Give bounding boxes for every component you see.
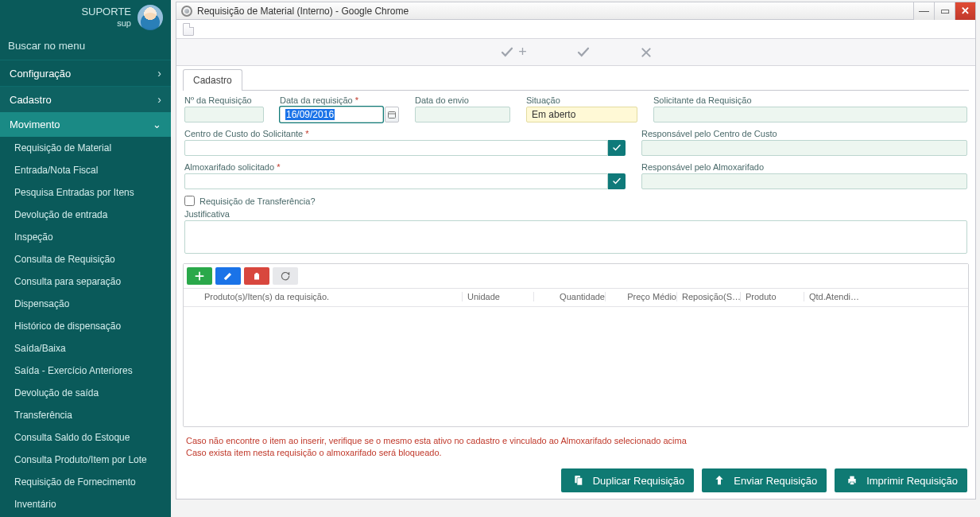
note-line-1: Caso não encontre o item ao inserir, ver… <box>186 435 966 447</box>
data-envio-input[interactable] <box>415 107 510 122</box>
avatar-icon <box>138 5 163 30</box>
app-icon <box>181 6 192 17</box>
centro-dropdown-button[interactable] <box>608 140 626 156</box>
sidebar-item[interactable]: Inspeção <box>0 226 171 248</box>
sidebar-item[interactable]: Requisição de Material <box>0 137 171 159</box>
sidebar-item[interactable]: Consulta de Requisição <box>0 248 171 270</box>
centro-label: Centro de Custo do Solicitante * <box>184 129 626 138</box>
grid-edit-button[interactable] <box>215 267 241 285</box>
col-preco[interactable]: Preço Médio <box>605 292 676 301</box>
svg-rect-6 <box>850 482 854 484</box>
items-grid: Produto(s)/Iten(s) da requisição. Unidad… <box>183 263 969 427</box>
resp-centro-label: Responsável pelo Centro de Custo <box>641 129 967 138</box>
tab-cadastro[interactable]: Cadastro <box>183 69 242 91</box>
print-button[interactable]: Imprimir Requisição <box>835 468 967 492</box>
confirm-icon[interactable] <box>575 45 592 60</box>
duplicate-icon <box>571 473 587 488</box>
sidebar-item[interactable]: Saída/Baixa <box>0 337 171 360</box>
group-cadastro[interactable]: Cadastro › <box>0 86 171 112</box>
svg-rect-5 <box>850 476 854 479</box>
resp-centro-input[interactable] <box>641 140 967 156</box>
grid-refresh-button[interactable] <box>273 267 298 285</box>
transferencia-checkbox[interactable]: Requisição de Transferência? <box>184 196 967 206</box>
subgroup-movimento[interactable]: Movimento ⌄ <box>0 112 171 137</box>
doc-strip <box>176 20 975 39</box>
document-icon[interactable] <box>183 23 194 36</box>
menu-search-input[interactable] <box>8 40 163 52</box>
sidebar-item[interactable]: Consulta para separação <box>0 270 171 293</box>
chevron-right-icon: › <box>157 67 161 80</box>
grid-header: Produto(s)/Iten(s) da requisição. Unidad… <box>184 289 968 307</box>
arrow-up-icon <box>711 473 727 488</box>
svg-rect-3 <box>577 478 583 485</box>
col-produto-item[interactable]: Produto(s)/Iten(s) da requisição. <box>199 292 462 301</box>
transferencia-checkbox-input[interactable] <box>184 196 195 206</box>
grid-add-button[interactable] <box>187 267 212 285</box>
group-cadastro-label: Cadastro <box>10 94 52 106</box>
group-config-label: Configuração <box>10 68 71 80</box>
num-req-input[interactable] <box>184 107 264 122</box>
situacao-label: Situação <box>526 95 637 105</box>
justificativa-input[interactable] <box>184 220 967 254</box>
sidebar-item[interactable]: Consulta Produto/Item por Lote <box>0 449 171 471</box>
data-req-input[interactable]: 16/09/2016 <box>280 107 383 122</box>
almox-label: Almoxarifado solicitado * <box>184 162 626 172</box>
chevron-right-icon: › <box>157 93 161 106</box>
data-req-label: Data da requisição * <box>280 95 399 105</box>
col-reposicao[interactable]: Reposição(S… <box>676 292 740 301</box>
resp-almox-label: Responsável pelo Almoxarifado <box>641 162 967 172</box>
data-envio-label: Data do envio <box>415 95 510 105</box>
justificativa-label: Justificativa <box>184 209 967 219</box>
sidebar-item[interactable]: Entrada/Nota Fiscal <box>0 159 171 181</box>
sidebar-item[interactable]: Pesquisa Entradas por Itens <box>0 181 171 204</box>
action-row: + <box>176 39 975 66</box>
user-sub: sup <box>81 17 131 29</box>
minimize-button[interactable]: — <box>913 2 934 20</box>
resp-almox-input[interactable] <box>641 173 967 189</box>
printer-icon <box>844 473 860 488</box>
transferencia-label: Requisição de Transferência? <box>199 196 316 206</box>
sidebar-item[interactable]: Transferência <box>0 404 171 426</box>
note-line-2: Caso exista item nesta requisição o almo… <box>186 447 966 459</box>
col-qtd-at[interactable]: Qtd.Atendi… <box>804 292 859 301</box>
sidebar-item[interactable]: Inventário <box>0 493 171 515</box>
sidebar-item[interactable]: Saída - Exercício Anteriores <box>0 360 171 382</box>
close-button[interactable]: ✕ <box>955 2 975 20</box>
duplicate-button[interactable]: Duplicar Requisição <box>561 468 695 492</box>
user-panel: SUPORTE sup <box>0 0 171 35</box>
notes: Caso não encontre o item ao inserir, ver… <box>176 432 975 464</box>
almox-input[interactable] <box>184 173 608 189</box>
almox-dropdown-button[interactable] <box>608 173 626 189</box>
sidebar-item[interactable]: Requisição de Fornecimento <box>0 471 171 493</box>
svg-rect-0 <box>389 112 396 119</box>
grid-body[interactable] <box>184 307 968 426</box>
maximize-button[interactable]: ▭ <box>934 2 955 20</box>
group-config[interactable]: Configuração › <box>0 60 171 86</box>
grid-delete-button[interactable] <box>244 267 269 285</box>
sidebar-item[interactable]: Devolução de saída <box>0 382 171 404</box>
sidebar-item[interactable]: Dispensação <box>0 293 171 315</box>
subgroup-label: Movimento <box>10 119 60 130</box>
menu-search[interactable] <box>0 35 171 60</box>
centro-input[interactable] <box>184 140 608 156</box>
col-produto[interactable]: Produto <box>740 292 804 301</box>
confirm-add-icon[interactable]: + <box>499 44 527 60</box>
tabs: Cadastro <box>176 66 975 91</box>
user-title: SUPORTE <box>81 6 131 17</box>
window: Requisição de Material (Interno) - Googl… <box>176 2 976 500</box>
sidebar-item[interactable]: Devolução de entrada <box>0 204 171 226</box>
calendar-button[interactable] <box>385 107 399 122</box>
sidebar-item[interactable]: Histórico de dispensação <box>0 315 171 337</box>
situacao-value: Em aberto <box>526 107 637 122</box>
sidebar-items: Requisição de Material Entrada/Nota Fisc… <box>0 137 171 517</box>
cancel-icon[interactable] <box>640 46 653 59</box>
solicitante-label: Solicitante da Requisição <box>653 95 967 105</box>
solicitante-input[interactable] <box>653 107 967 122</box>
chevron-down-icon: ⌄ <box>153 119 161 130</box>
sidebar-item[interactable]: Consulta Saldo do Estoque <box>0 426 171 449</box>
num-req-label: Nº da Requisição <box>184 95 264 105</box>
send-button[interactable]: Enviar Requisição <box>702 468 827 492</box>
col-quantidade[interactable]: Quantidade <box>533 292 605 301</box>
col-unidade[interactable]: Unidade <box>462 292 533 301</box>
titlebar: Requisição de Material (Interno) - Googl… <box>176 2 975 20</box>
